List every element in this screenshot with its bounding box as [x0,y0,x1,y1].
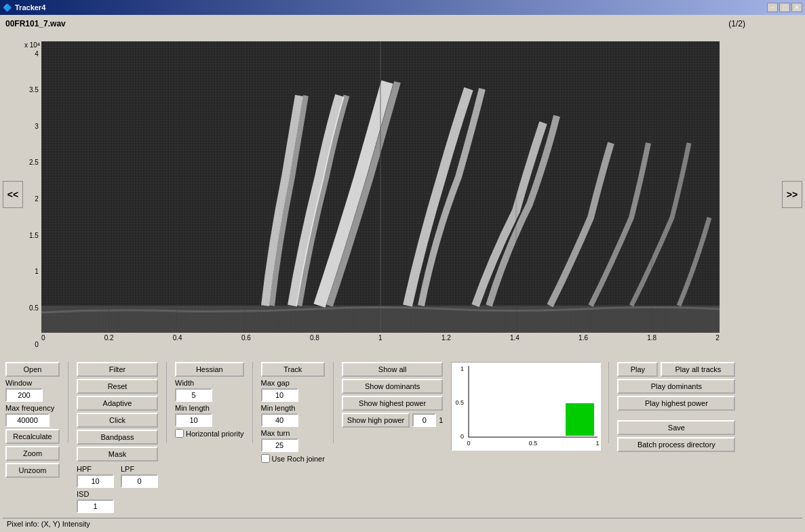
divider-3 [252,362,253,443]
hessian-button[interactable]: Hessian [175,362,244,377]
svg-text:1: 1 [596,440,600,447]
svg-rect-23 [566,403,594,436]
play-dominants-button[interactable]: Play dominants [617,379,735,394]
high-power-value-input[interactable] [412,413,436,427]
spectrogram-area: << x 10⁴ 4 3.5 3 2.5 2 1.5 1 0.5 0 [3,32,802,357]
show-dominants-button[interactable]: Show dominants [342,379,444,394]
max-turn-input[interactable] [261,438,298,452]
save-button[interactable]: Save [617,420,735,435]
mini-graph-container: 1 0.5 0 0 0.5 1 [451,362,600,450]
next-nav-button[interactable]: >> [782,181,802,208]
title-bar-controls[interactable]: – □ ✕ [767,3,802,12]
status-bar: Pixel info: (X, Y) Intensity [3,518,802,529]
maximize-button[interactable]: □ [779,3,790,12]
recalculate-button[interactable]: Recalculate [5,429,60,444]
lpf-input[interactable] [121,474,158,488]
play-button[interactable]: Play [617,362,658,377]
divider-1 [68,362,68,443]
show-high-power-button[interactable]: Show high power [342,413,410,428]
play-highest-power-button[interactable]: Play highest power [617,396,735,411]
adaptive-button[interactable]: Adaptive [77,396,158,411]
max-gap-input[interactable] [261,388,298,402]
width-label: Width [175,379,244,387]
svg-text:0.5: 0.5 [529,440,538,447]
section-show: Show all Show dominants Show highest pow… [342,362,444,428]
play-row: Play Play all tracks [617,362,735,377]
click-button[interactable]: Click [77,413,158,428]
isd-input[interactable] [77,499,114,513]
prev-nav-button[interactable]: << [3,181,23,208]
show-all-button[interactable]: Show all [342,362,444,377]
horizontal-priority-checkbox-label[interactable]: Horizontal priority [175,429,244,438]
show-highest-power-button[interactable]: Show highest power [342,396,444,411]
x-axis: 0 0.2 0.4 0.6 0.8 1 1.2 1.4 1.6 1.8 2 [41,333,720,342]
minimize-button[interactable]: – [767,3,778,12]
title-bar-title: 🔷 Tracker4 [3,3,45,12]
svg-text:0.5: 0.5 [456,399,465,406]
close-button[interactable]: ✕ [791,3,802,12]
min-length-track-label: Min length [261,404,325,412]
spectrogram-wrapper: 0 0.2 0.4 0.6 0.8 1 1.2 1.4 1.6 1.8 2 [41,41,720,342]
use-roch-joiner-checkbox[interactable] [261,454,270,463]
isd-label: ISD [77,490,158,498]
track-button[interactable]: Track [261,362,325,377]
horizontal-priority-checkbox[interactable] [175,429,184,438]
mask-button[interactable]: Mask [77,447,158,462]
page-indicator: (1/2) [728,19,745,28]
unzoom-button[interactable]: Unzoom [5,463,60,478]
section-hessian: Hessian Width Min length Horizontal prio… [175,362,244,438]
app-icon: 🔷 [3,3,12,12]
window-label: Window [5,379,60,387]
bandpass-button[interactable]: Bandpass [77,430,158,445]
high-power-max-label: 1 [439,416,443,424]
hpf-input[interactable] [77,474,114,488]
svg-text:0: 0 [467,440,471,447]
filename-label: 00FR101_7.wav [5,19,66,28]
filter-button[interactable]: Filter [77,362,158,377]
y-axis-scale-label: x 10⁴ [24,41,40,49]
svg-text:1: 1 [460,365,464,372]
min-length-track-input[interactable] [261,413,298,427]
window-input[interactable] [5,388,43,402]
spectrogram-canvas[interactable] [41,41,720,333]
section-play: Play Play all tracks Play dominants Play… [617,362,735,452]
section-track: Track Max gap Min length Max turn Use Ro… [261,362,325,463]
min-length-filter-label: Min length [175,404,244,412]
max-freq-input[interactable] [5,413,50,427]
app-title: Tracker4 [15,3,45,12]
width-input[interactable] [175,388,212,402]
svg-text:0: 0 [460,433,464,440]
max-gap-label: Max gap [261,379,325,387]
max-turn-label: Max turn [261,429,325,437]
open-button[interactable]: Open [5,362,60,377]
spacer [617,413,735,418]
lpf-label: LPF [121,465,158,473]
zoom-button[interactable]: Zoom [5,446,60,461]
batch-process-button[interactable]: Batch process directory [617,437,735,452]
divider-4 [333,362,334,443]
section-filter: Filter Reset Adaptive Click Bandpass Mas… [77,362,158,513]
file-info-row: 00FR101_7.wav (1/2) [3,18,802,30]
use-roch-joiner-checkbox-label[interactable]: Use Roch joiner [261,454,325,463]
title-bar: 🔷 Tracker4 – □ ✕ [0,0,805,15]
divider-5 [608,362,609,443]
section-open: Open Window Max frequency Recalculate Zo… [5,362,60,478]
main-container: 00FR101_7.wav (1/2) << x 10⁴ 4 3.5 3 2.5… [0,15,805,532]
mini-graph: 1 0.5 0 0 0.5 1 [451,362,600,450]
controls-area: Open Window Max frequency Recalculate Zo… [3,359,802,516]
y-axis: 4 3.5 3 2.5 2 1.5 1 0.5 0 [29,50,40,348]
status-text: Pixel info: (X, Y) Intensity [7,520,90,528]
hpf-label: HPF [77,465,114,473]
show-high-power-row: Show high power 1 [342,413,444,428]
min-length-filter-input[interactable] [175,413,212,427]
reset-button[interactable]: Reset [77,379,158,394]
play-all-tracks-button[interactable]: Play all tracks [661,362,735,377]
max-freq-label: Max frequency [5,404,60,412]
divider-2 [166,362,167,443]
